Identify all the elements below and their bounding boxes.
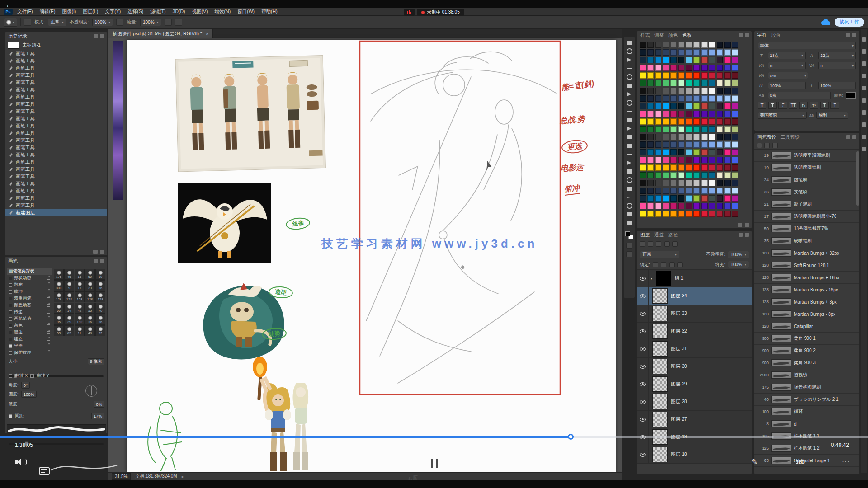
layer-name[interactable]: 图层 30 — [671, 363, 687, 370]
brush-option-row[interactable]: 纹理 — [7, 288, 52, 295]
brush-tip-cell[interactable]: 60 — [85, 269, 95, 280]
color-swatch[interactable] — [709, 88, 715, 94]
color-swatch[interactable] — [724, 118, 731, 125]
panel-menu-icon[interactable] — [846, 135, 856, 139]
color-swatch[interactable] — [732, 164, 738, 171]
tab-paragraph[interactable]: 段落 — [771, 32, 781, 38]
brush-preset-row[interactable]: 100 循环 — [754, 406, 859, 418]
brush-preset-row[interactable]: 128 Martian Bumps - 8px — [754, 308, 859, 320]
quick-mask-icon[interactable] — [626, 243, 632, 249]
color-swatch[interactable] — [655, 57, 661, 63]
color-swatch[interactable] — [724, 203, 731, 209]
color-swatch[interactable] — [655, 42, 661, 48]
color-swatch[interactable] — [693, 88, 700, 94]
filter-smart-object-icon[interactable] — [672, 241, 678, 247]
layer-thumbnail[interactable] — [652, 288, 668, 304]
screen-mode-icon[interactable] — [626, 251, 632, 257]
color-swatch[interactable] — [647, 188, 654, 194]
color-swatch[interactable] — [686, 95, 692, 102]
color-swatch[interactable] — [724, 65, 731, 71]
color-swatch[interactable] — [709, 180, 715, 186]
pause-button[interactable] — [429, 457, 440, 469]
close-icon[interactable]: × — [206, 31, 208, 37]
notes-panel-icon[interactable] — [862, 122, 866, 127]
lock-icon[interactable] — [47, 297, 50, 300]
color-swatch[interactable] — [640, 164, 646, 171]
color-swatch[interactable] — [663, 172, 669, 178]
color-swatch[interactable] — [701, 126, 708, 132]
color-swatch[interactable] — [686, 172, 692, 178]
color-swatch[interactable] — [732, 203, 738, 209]
layer-name[interactable]: 图层 33 — [671, 310, 687, 317]
artboard-tool[interactable] — [625, 47, 634, 56]
color-swatch[interactable] — [709, 141, 715, 148]
color-swatch[interactable] — [686, 164, 692, 171]
color-swatch[interactable] — [724, 126, 731, 132]
superscript-button[interactable] — [810, 102, 818, 109]
status-chevron-icon[interactable]: ▸ — [182, 474, 184, 479]
color-swatch[interactable] — [701, 42, 708, 48]
color-swatch[interactable] — [670, 203, 677, 209]
opacity-select[interactable]: 100%▾ — [92, 19, 113, 26]
color-swatch[interactable] — [670, 164, 677, 171]
color-swatch[interactable] — [678, 49, 684, 56]
checkbox[interactable] — [9, 290, 12, 294]
color-swatch[interactable] — [647, 95, 654, 102]
lock-position-icon[interactable] — [669, 262, 675, 267]
brush-option-row[interactable]: 湿边 — [7, 329, 52, 336]
color-swatch[interactable] — [717, 149, 723, 155]
timeline-panel-icon[interactable] — [862, 135, 866, 139]
color-swatch[interactable] — [709, 95, 715, 102]
filter-pixel-icon[interactable] — [648, 241, 653, 247]
history-entry[interactable]: 画笔工具 — [5, 137, 107, 144]
brush-preset-row[interactable]: 21 影子笔刷 — [754, 198, 859, 211]
color-swatch[interactable] — [678, 195, 684, 202]
history-footer-icons[interactable] — [93, 250, 104, 254]
preset-new-icon[interactable] — [772, 143, 778, 148]
color-swatch[interactable] — [686, 149, 692, 155]
color-swatch[interactable] — [655, 141, 661, 148]
zoom-tool[interactable] — [625, 219, 634, 227]
color-swatch[interactable] — [640, 188, 646, 194]
tab-history[interactable]: 历史记录 — [8, 33, 27, 39]
layer-row[interactable]: ▾ 图层 34 — [637, 287, 752, 305]
tab-adjustments[interactable]: 调整 — [654, 32, 664, 38]
brush-tip-cell[interactable]: 9 — [64, 280, 74, 291]
color-swatch[interactable] — [670, 195, 677, 202]
color-swatch[interactable] — [663, 164, 669, 171]
pen-tool[interactable] — [625, 176, 634, 184]
color-swatch[interactable] — [701, 95, 708, 102]
color-swatch[interactable] — [670, 72, 677, 79]
layer-blend-mode-select[interactable]: 正常▾ — [640, 251, 679, 258]
color-swatch[interactable] — [686, 141, 692, 148]
color-swatch[interactable] — [678, 95, 684, 102]
layer-thumbnail[interactable] — [652, 324, 668, 339]
color-swatch[interactable] — [640, 103, 646, 109]
angle-roundness-widget[interactable] — [85, 385, 97, 397]
color-swatch[interactable] — [686, 65, 692, 71]
color-swatch[interactable] — [724, 134, 731, 140]
brush-option-row[interactable]: 形状动态 — [7, 275, 52, 282]
lock-icon[interactable] — [47, 338, 50, 341]
color-swatch[interactable] — [701, 134, 708, 140]
shape-tool[interactable] — [625, 202, 634, 210]
color-swatch[interactable] — [655, 65, 661, 71]
brush-tip-cell[interactable]: 29 — [64, 314, 74, 325]
color-swatch[interactable] — [709, 118, 715, 125]
color-swatch[interactable] — [693, 172, 700, 178]
brush-preset-row[interactable]: 19 透明度圆笔刷 — [754, 162, 859, 174]
color-swatch[interactable] — [693, 103, 700, 109]
color-swatch[interactable] — [678, 103, 684, 109]
layer-thumbnail[interactable] — [652, 359, 668, 374]
color-swatch[interactable] — [724, 211, 731, 217]
color-swatch[interactable] — [717, 49, 723, 56]
scrollbar-thumb[interactable] — [856, 151, 859, 206]
pano-360-button[interactable]: 360 — [796, 459, 805, 465]
color-swatch[interactable] — [686, 211, 692, 217]
color-swatch[interactable] — [670, 42, 677, 48]
lock-icon[interactable] — [47, 277, 50, 280]
color-swatch[interactable] — [655, 149, 661, 155]
layer-visibility-cell[interactable] — [637, 393, 649, 410]
color-swatch[interactable] — [678, 203, 684, 209]
color-swatch[interactable] — [663, 118, 669, 125]
